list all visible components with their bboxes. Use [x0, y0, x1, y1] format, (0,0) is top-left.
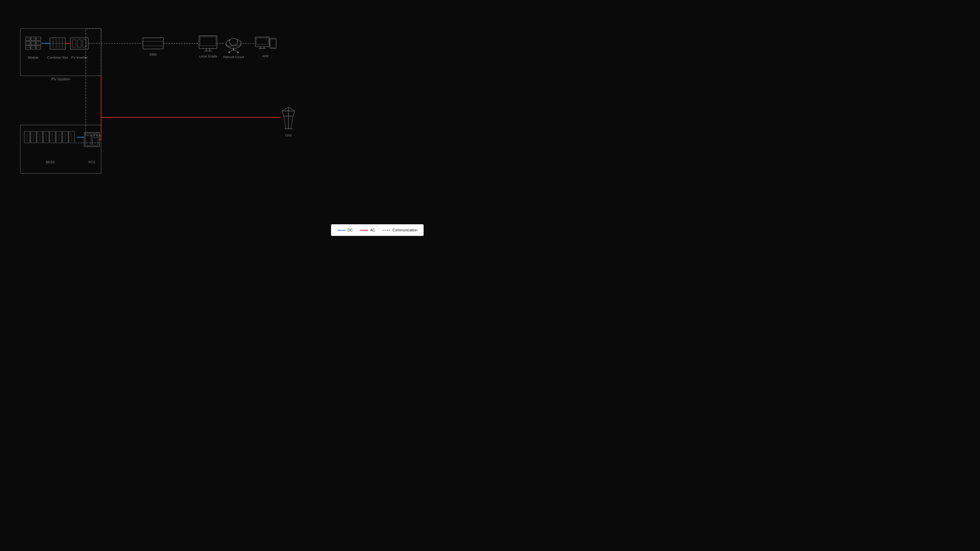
dc-line-icon: [337, 230, 345, 230]
svg-rect-49: [255, 37, 269, 47]
svg-text:Combiner Box: Combiner Box: [47, 56, 68, 59]
legend-ac: AC: [360, 228, 375, 232]
legend-dc: DC: [337, 228, 353, 232]
svg-line-63: [282, 111, 284, 116]
svg-rect-21: [73, 40, 76, 47]
svg-rect-0: [21, 29, 101, 76]
svg-line-47: [234, 50, 238, 52]
svg-line-46: [229, 50, 234, 52]
svg-rect-22: [78, 40, 81, 47]
svg-line-62: [288, 107, 295, 111]
svg-rect-14: [50, 38, 65, 49]
svg-text:Grid: Grid: [285, 133, 292, 137]
svg-line-65: [284, 116, 286, 129]
legend-communication: Communication: [382, 228, 417, 232]
svg-text:Rahvolt Cloud: Rahvolt Cloud: [223, 55, 244, 59]
svg-text:BESS: BESS: [46, 160, 55, 164]
svg-rect-50: [256, 38, 268, 44]
svg-rect-29: [143, 38, 163, 49]
svg-rect-35: [200, 37, 216, 46]
svg-line-64: [293, 111, 295, 116]
svg-text:Local Scada: Local Scada: [199, 54, 217, 58]
svg-text:APP: APP: [262, 54, 269, 58]
svg-rect-90: [94, 135, 97, 138]
svg-text:PCS: PCS: [89, 160, 95, 164]
svg-rect-27: [86, 29, 101, 136]
svg-rect-54: [270, 38, 276, 48]
svg-text:EMS: EMS: [150, 52, 157, 56]
svg-line-61: [282, 107, 288, 111]
svg-text:PV System: PV System: [51, 77, 70, 81]
ac-line-icon: [360, 230, 368, 230]
svg-line-66: [291, 116, 293, 129]
diagram-container: Module Combiner Box PV Inverter PV Syste…: [0, 0, 490, 275]
dc-label: DC: [348, 228, 353, 232]
svg-rect-87: [84, 133, 100, 147]
communication-line-icon: [382, 230, 390, 230]
communication-label: Communication: [393, 228, 417, 232]
ac-label: AC: [370, 228, 375, 232]
svg-rect-34: [199, 36, 217, 48]
legend-box: DC AC Communication: [331, 224, 424, 236]
svg-text:PV Inverter: PV Inverter: [71, 56, 88, 59]
svg-text:Module: Module: [28, 56, 39, 59]
svg-rect-1: [21, 125, 101, 173]
